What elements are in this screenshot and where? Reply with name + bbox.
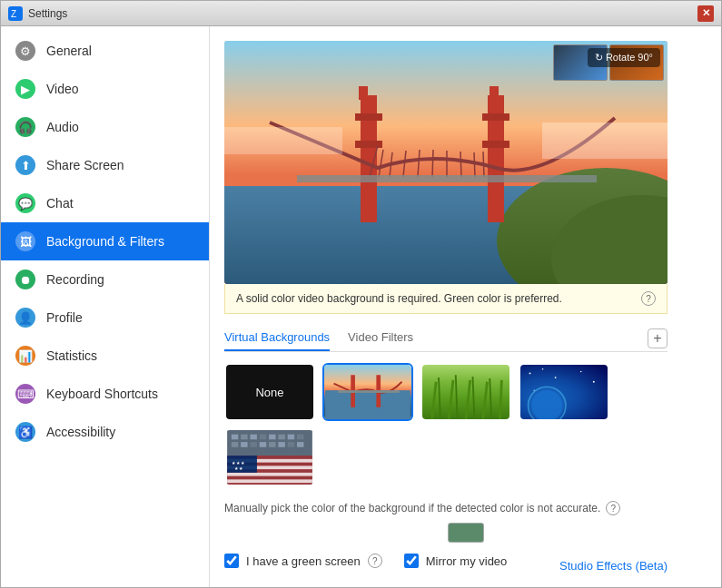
svg-point-41: [542, 368, 544, 370]
svg-rect-55: [278, 435, 285, 440]
svg-line-31: [432, 382, 437, 419]
sidebar-label-statistics: Statistics: [46, 348, 97, 363]
sidebar-item-profile[interactable]: 👤 Profile: [1, 299, 209, 337]
main-panel: ↻ Rotate 90° A solid color video backgro…: [210, 26, 721, 587]
svg-text:★ ★ ★: ★ ★ ★: [232, 461, 246, 466]
svg-rect-57: [297, 435, 304, 440]
color-swatch[interactable]: [448, 523, 484, 543]
color-pick-row: Manually pick the color of the backgroun…: [224, 501, 668, 515]
sidebar-item-recording[interactable]: ⏺ Recording: [1, 260, 209, 299]
svg-line-36: [473, 377, 475, 419]
sidebar-item-statistics[interactable]: 📊 Statistics: [1, 337, 209, 375]
bg-option-bridge[interactable]: [322, 363, 413, 421]
keyboard-icon: ⌨: [15, 384, 35, 404]
svg-line-32: [439, 377, 440, 419]
bg-none-label: None: [226, 365, 313, 419]
mirror-video-label: Mirror my video: [426, 554, 508, 568]
svg-point-44: [593, 381, 595, 383]
warning-text: A solid color video background is requir…: [236, 292, 562, 305]
svg-line-37: [483, 382, 488, 419]
mirror-video-checkbox[interactable]: [404, 554, 419, 568]
bg-space-mini-svg: [520, 365, 608, 419]
svg-rect-59: [241, 442, 248, 447]
svg-line-21: [460, 152, 461, 177]
svg-rect-27: [325, 390, 410, 419]
sidebar-label-general: General: [46, 44, 92, 58]
window-title: Settings: [28, 7, 697, 20]
svg-line-34: [456, 375, 458, 419]
sidebar-label-recording: Recording: [46, 272, 104, 287]
sidebar-label-video: Video: [46, 82, 79, 96]
svg-rect-70: [227, 479, 312, 483]
general-icon: ⚙: [15, 41, 35, 61]
svg-point-40: [529, 372, 531, 374]
sidebar: ⚙ General ▶ Video 🎧 Audio ⬆ Share Screen…: [1, 26, 210, 587]
green-screen-checkbox[interactable]: [224, 554, 239, 568]
svg-line-38: [490, 378, 491, 419]
svg-rect-9: [355, 141, 382, 148]
background-grid: None: [224, 363, 668, 486]
svg-rect-10: [482, 113, 509, 121]
sidebar-item-audio[interactable]: 🎧 Audio: [1, 108, 209, 146]
preview-container: ↻ Rotate 90°: [224, 41, 668, 284]
sidebar-item-background[interactable]: 🖼 Background & Filters: [1, 222, 209, 260]
warning-help-icon[interactable]: ?: [641, 291, 656, 306]
tab-video-filters[interactable]: Video Filters: [348, 325, 413, 351]
svg-rect-50: [232, 435, 239, 440]
svg-rect-12: [359, 86, 368, 100]
color-pick-text: Manually pick the color of the backgroun…: [224, 502, 600, 514]
bg-option-flag[interactable]: ★ ★ ★ ★ ★: [224, 428, 315, 486]
studio-effects-link[interactable]: Studio Effects (Beta): [559, 559, 668, 573]
color-swatch-row: [224, 523, 707, 543]
sidebar-item-accessibility[interactable]: ♿ Accessibility: [1, 413, 209, 451]
rotate-button[interactable]: ↻ Rotate 90°: [588, 48, 660, 67]
svg-line-33: [449, 380, 453, 419]
chat-icon: 💬: [15, 193, 35, 213]
accessibility-icon: ♿: [15, 422, 35, 442]
bg-flag-mini-svg: ★ ★ ★ ★ ★: [226, 430, 313, 485]
sidebar-item-video[interactable]: ▶ Video: [1, 70, 209, 108]
color-help-icon[interactable]: ?: [606, 501, 620, 515]
mirror-video-row: Mirror my video: [404, 554, 508, 568]
sidebar-item-general[interactable]: ⚙ General: [1, 32, 209, 70]
svg-line-35: [466, 380, 470, 419]
app-icon: Z: [8, 6, 23, 21]
svg-rect-25: [224, 127, 342, 154]
bg-option-none[interactable]: None: [224, 363, 315, 421]
bg-option-grass[interactable]: [420, 363, 511, 421]
bg-bridge-mini-svg: [324, 365, 411, 419]
svg-rect-65: [297, 442, 304, 447]
svg-line-39: [500, 380, 502, 419]
background-icon: 🖼: [15, 231, 35, 251]
svg-rect-24: [297, 175, 597, 182]
svg-rect-26: [542, 122, 668, 159]
titlebar: Z Settings ✕: [1, 1, 721, 26]
profile-icon: 👤: [15, 308, 35, 328]
sidebar-label-audio: Audio: [46, 120, 79, 134]
tab-virtual-backgrounds[interactable]: Virtual Backgrounds: [224, 325, 330, 351]
svg-rect-53: [260, 435, 267, 440]
add-background-button[interactable]: +: [648, 328, 668, 348]
sidebar-item-keyboard-shortcuts[interactable]: ⌨ Keyboard Shortcuts: [1, 375, 209, 413]
sidebar-item-share-screen[interactable]: ⬆ Share Screen: [1, 146, 209, 184]
svg-rect-8: [355, 113, 382, 121]
tabs-bar: Virtual Backgrounds Video Filters +: [224, 325, 668, 352]
svg-rect-51: [241, 435, 248, 440]
content-area: ⚙ General ▶ Video 🎧 Audio ⬆ Share Screen…: [1, 26, 721, 587]
svg-point-42: [555, 377, 557, 378]
svg-rect-63: [278, 442, 285, 447]
sidebar-label-keyboard: Keyboard Shortcuts: [46, 387, 158, 401]
share-screen-icon: ⬆: [15, 155, 35, 175]
close-button[interactable]: ✕: [697, 5, 714, 22]
sidebar-item-chat[interactable]: 💬 Chat: [1, 184, 209, 222]
bg-option-space[interactable]: [519, 363, 609, 421]
svg-point-43: [580, 371, 582, 373]
green-screen-row: I have a green screen ?: [224, 554, 382, 568]
green-screen-label: I have a green screen: [246, 554, 361, 568]
svg-rect-69: [227, 473, 312, 476]
svg-text:Z: Z: [11, 9, 16, 19]
green-screen-help-icon[interactable]: ?: [368, 554, 382, 568]
svg-text:★ ★: ★ ★: [234, 466, 243, 471]
svg-line-22: [474, 152, 475, 177]
svg-rect-62: [269, 442, 276, 447]
